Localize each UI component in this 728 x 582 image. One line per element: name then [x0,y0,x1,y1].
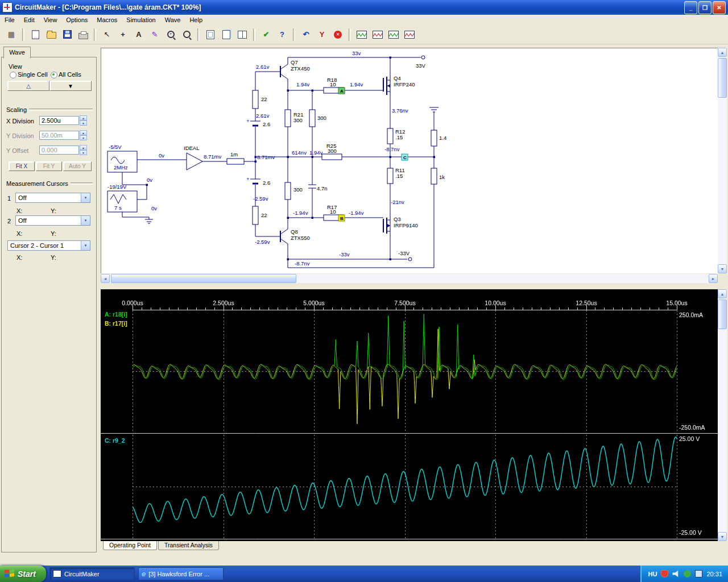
tab-operating-point[interactable]: Operating Point [103,541,157,550]
menu-edit[interactable]: Edit [19,15,39,25]
parts-browser-button[interactable]: ▦ [4,27,19,41]
radio-all-cells[interactable] [51,72,57,78]
start-button[interactable]: Start [0,566,46,582]
fit-page-button[interactable] [203,27,218,41]
wire-button[interactable]: + [115,27,130,41]
legend-trace-a[interactable]: A: r18[i] [105,311,127,318]
label-r300-bot: 300 [293,186,303,193]
help-icon: ? [280,31,284,38]
print-button[interactable] [76,27,90,41]
toolbar-separator [94,28,96,41]
circuit-hscrollbar[interactable]: ◄ ► [101,274,718,283]
zoom-area-button[interactable]: + [163,27,178,41]
label-r12-val: .15 [395,134,403,140]
scope-4-button[interactable] [402,27,417,41]
label-rail-top: 33v [352,50,361,56]
undo-button[interactable]: ↶ [299,27,313,41]
circuit-vscrollbar[interactable]: ▲ ▼ [718,48,727,273]
help-button[interactable]: ? [275,27,289,41]
new-button[interactable] [28,27,43,41]
y-division-input[interactable] [39,131,79,140]
erc-check-button[interactable]: ✔ [259,27,274,41]
circuit-vscroll-thumb[interactable] [718,58,727,98]
probe-button[interactable]: ✎ [147,27,162,41]
waveform-canvas[interactable] [101,289,718,541]
radio-single-cell-label[interactable]: Single Cell [18,71,48,78]
cursor-diff-select[interactable]: Cursor 2 - Cursor 1 ▼ [7,240,90,251]
volume-icon[interactable] [672,570,680,577]
cursor1-select[interactable]: Off ▼ [15,193,90,203]
wave-up-button[interactable]: △ [7,81,49,91]
auto-y-button[interactable]: Auto Y [63,161,92,171]
wave-down-button[interactable]: ▼ [49,81,92,91]
scroll-down-icon[interactable]: ▼ [718,532,727,541]
window-title: CircuitMaker - [C:\Program Files\...\gat… [15,3,684,11]
multi-page-button[interactable] [219,27,234,41]
menu-help[interactable]: Help [185,15,207,25]
task-button-hawksford[interactable]: e [3] Hawksford Error ... [138,567,224,580]
chevron-down-icon[interactable]: ▼ [81,193,90,202]
schematic-editor[interactable]: 33v33VQ7ZTX4502.61v222.61v+2.6R213003001… [101,48,718,273]
chevron-down-icon[interactable]: ▼ [81,216,90,225]
y-offset-input[interactable] [39,146,79,155]
language-indicator[interactable]: HU [648,571,657,577]
scroll-down-icon[interactable]: ▼ [718,264,727,273]
save-button[interactable] [60,27,75,41]
probe-y-button[interactable]: Y [315,27,329,41]
menu-options[interactable]: Options [61,15,92,25]
radio-all-cells-label[interactable]: All Cells [59,71,81,78]
parts-browser-icon: ▦ [8,31,15,38]
y-division-spinner[interactable]: ▲▼ [80,130,87,140]
menu-simulation[interactable]: Simulation [122,15,160,25]
chevron-down-icon[interactable]: ▼ [81,241,90,250]
tab-transient-analysis[interactable]: Transient Analysis [158,541,219,550]
scope-1-button[interactable] [354,27,369,41]
messenger-icon[interactable] [684,570,691,577]
x-division-input[interactable] [39,116,79,125]
wave-vscroll-thumb[interactable] [718,300,727,329]
task-button-circuitmaker[interactable]: CircuitMaker [49,567,135,580]
menu-wave[interactable]: Wave [160,15,185,25]
label-q8-part: ZTX550 [291,235,310,241]
minimize-button[interactable]: _ [684,1,697,14]
select-button[interactable]: ↖ [100,27,114,41]
label-v-in1: 0v [159,152,164,159]
scope-3-button[interactable] [386,27,401,41]
erc-check-icon: ✔ [263,31,270,38]
radio-single-cell[interactable] [10,72,16,78]
select-icon: ↖ [104,31,110,38]
menu-file[interactable]: File [0,15,19,25]
menu-macros[interactable]: Macros [92,15,122,25]
y-offset-spinner[interactable]: ▲▼ [80,145,87,155]
circuit-hscroll-thumb[interactable] [111,274,296,283]
label-src2-time: 7 s [114,205,122,211]
legend-trace-c[interactable]: C: r9_2 [105,437,125,444]
fit-y-button[interactable]: Fit Y [36,161,62,171]
wave-vscrollbar[interactable]: ▲ ▼ [718,289,727,541]
scroll-up-icon[interactable]: ▲ [718,289,727,298]
label-src1-freq: 2MHz [114,164,128,171]
open-button[interactable] [44,27,59,41]
split-view-button[interactable] [235,27,250,41]
cursor1-y-label: Y: [51,207,56,214]
tab-wave[interactable]: Wave [3,47,31,59]
legend-trace-b[interactable]: B: r17[i] [105,320,127,327]
text-button[interactable]: A [131,27,146,41]
scaling-section: Scaling [6,106,93,113]
scope-2-button[interactable] [370,27,385,41]
text-icon: A [136,31,141,38]
cursor2-select[interactable]: Off ▼ [15,215,90,226]
stop-button[interactable]: ✕ [330,27,345,41]
security-alert-icon[interactable] [661,570,668,577]
x-division-spinner[interactable]: ▲▼ [80,115,87,126]
undo-icon: ↶ [303,31,309,38]
close-button[interactable]: ✕ [713,1,726,14]
scroll-left-icon[interactable]: ◄ [101,274,110,283]
maximize-button[interactable]: ❐ [698,1,712,14]
scroll-right-icon[interactable]: ► [709,274,718,283]
zoom-button[interactable] [179,27,194,41]
network-icon[interactable] [695,570,702,577]
menu-view[interactable]: View [39,15,62,25]
fit-x-button[interactable]: Fit X [9,161,35,171]
scroll-up-icon[interactable]: ▲ [718,48,727,57]
